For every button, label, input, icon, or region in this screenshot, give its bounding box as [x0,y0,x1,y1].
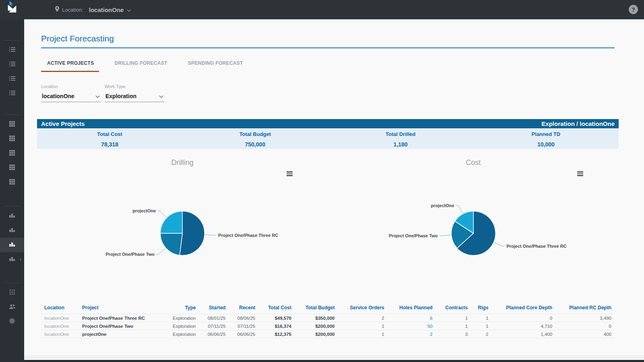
list-icon [9,61,15,68]
summary-scope: Exploration / locationOne [541,120,615,127]
sidebar-item-list-2[interactable] [0,58,24,72]
charts-row: Drilling Project One/Phase Three RCProje… [37,153,619,278]
pie-slice-label: Project One/Phase Two [389,233,438,238]
sidebar-item-chart-3-active[interactable] [0,238,24,252]
col-rigs: Rigs [471,303,491,314]
location-value[interactable]: locationOne [89,6,124,13]
footer-strip [24,355,644,360]
sidebar-item-grid-2[interactable] [0,132,24,146]
help-button[interactable]: ? [629,5,638,14]
main-content: Project Forecasting ACTIVE PROJECTS DRIL… [24,19,644,338]
pie-label-leader-line [158,211,167,218]
apps-grid-icon [10,289,15,296]
col-planned-core-depth: Planned Core Depth [491,303,555,314]
sidebar-item-grid-5[interactable] [0,175,24,190]
drilling-chart: Drilling Project One/Phase Three RCProje… [37,153,328,278]
table-row[interactable]: locationOne Project One/Phase Three RC E… [41,314,615,322]
chevron-down-icon [127,6,131,14]
col-service-orders: Service Orders [338,303,387,314]
bar-chart-icon [9,227,15,234]
pie-slice-label: projectOne [431,203,454,208]
work-type-filter-label: Work Type [105,84,164,89]
cost-chart: Cost Project One/Phase Three RCProject O… [328,153,619,278]
holes-planned-link[interactable]: 2 [388,330,436,338]
sidebar: ‹ [0,19,24,362]
sidebar-item-chart-4[interactable]: ‹ [0,252,24,267]
pie-label-leader-line [456,206,462,214]
grid-icon [9,121,15,128]
sidebar-item-list-3[interactable] [0,72,24,86]
summary-header-bar: Active Projects Exploration / locationOn… [37,119,619,128]
map-pin-icon [55,6,60,14]
bar-chart-icon [9,241,15,249]
holes-planned-link[interactable]: 6 [388,314,436,322]
table-header-row: Location Project Type Started Recent Tot… [41,303,615,314]
chart-context-menu-icon[interactable] [287,171,293,177]
drilling-chart-title: Drilling [37,158,328,167]
col-type: Type [163,303,199,314]
sidebar-item-apps[interactable] [0,286,24,300]
holes-planned-link[interactable]: 50 [388,322,436,330]
pie-slice-label: Project One/Phase Three RC [506,244,566,249]
col-project: Project [79,303,163,314]
sidebar-item-list-4[interactable] [0,86,24,101]
page-title: Project Forecasting [41,19,615,48]
col-holes-planned: Holes Planned [388,303,436,314]
mouse-cursor [9,0,14,9]
list-icon [9,76,15,83]
grid-icon [9,179,15,186]
footer-edge [0,360,644,362]
pie-slice[interactable] [160,233,182,255]
work-type-filter-value[interactable]: Exploration [105,93,136,99]
location-filter[interactable]: Location locationOne [41,84,101,102]
stat-total-cost: Total Cost 78,318 [37,128,182,149]
grid-icon [9,150,15,157]
col-total-budget: Total Budget [295,303,338,314]
pie-label-leader-line [493,242,504,246]
chart-context-menu-icon[interactable] [577,171,583,177]
cost-chart-title: Cost [328,158,619,167]
summary-title: Active Projects [41,120,85,127]
sidebar-item-users[interactable] [0,300,24,315]
work-type-filter[interactable]: Work Type Exploration [105,84,164,102]
sidebar-item-grid-1[interactable] [0,117,24,132]
gear-icon [9,318,15,326]
col-planned-rc-depth: Planned RC Depth [555,303,615,314]
pie-slice-label: Project One/Phase Three RC [218,233,278,238]
bar-chart-icon [9,256,15,263]
tab-spending-forecast[interactable]: SPENDING FORECAST [182,59,248,72]
sidebar-item-list-1[interactable] [0,43,24,58]
sidebar-item-chart-2[interactable] [0,223,24,238]
list-icon [9,47,15,54]
pie-slice[interactable] [180,211,204,255]
location-label: Location: [62,7,83,13]
col-recent: Recent [229,303,258,314]
sidebar-item-chart-1[interactable] [0,209,24,223]
col-contracts: Contracts [436,303,471,314]
collapse-chevron-icon[interactable]: ‹ [20,257,21,262]
location-filter-value[interactable]: locationOne [42,93,74,99]
filter-row: Location locationOne Work Type Explorati… [41,84,615,102]
top-bar: Location: locationOne ? [0,0,644,19]
summary-stats-band: Total Cost 78,318 Total Budget 750,000 T… [37,128,619,149]
sidebar-item-settings[interactable] [0,315,24,329]
table-row[interactable]: locationOne Project One/Phase Two Explor… [41,322,615,330]
projects-table: Location Project Type Started Recent Tot… [41,303,615,338]
location-selector[interactable]: Location: locationOne [55,0,131,19]
pie-slice-label: Project One/Phase Two [106,252,155,257]
tab-drilling-forecast[interactable]: DRILLING FORECAST [109,59,172,72]
stat-total-budget: Total Budget 750,000 [182,128,328,149]
pie-label-leader-line [157,248,166,254]
table-row[interactable]: locationOne projectOne Exploration 06/06… [41,330,615,338]
col-total-cost: Total Cost [258,303,295,314]
tab-active-projects[interactable]: ACTIVE PROJECTS [41,59,99,72]
chevron-down-icon [95,93,100,99]
pie-label-leader-line [204,234,216,235]
sidebar-item-grid-3[interactable] [0,146,24,161]
grid-icon [9,136,15,143]
stat-total-drilled: Total Drilled 1,180 [328,128,473,149]
sidebar-item-grid-4[interactable] [0,161,24,175]
col-started: Started [199,303,229,314]
users-icon [9,304,16,311]
bar-chart-icon [9,212,15,220]
